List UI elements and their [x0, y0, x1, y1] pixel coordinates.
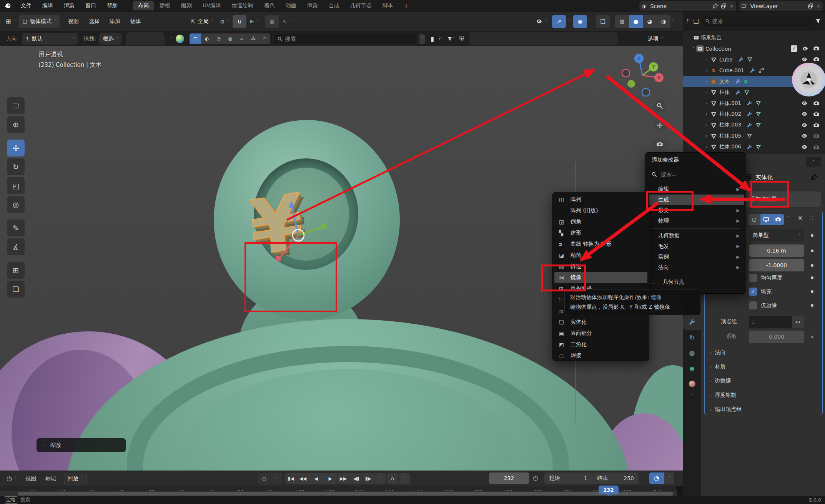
tab-particles[interactable]: ↻: [683, 330, 701, 345]
breadcrumb-dropdown[interactable]: ˅: [806, 157, 821, 167]
menu-add[interactable]: 添加: [110, 18, 120, 25]
section-edge-data[interactable]: ›边数据: [710, 378, 731, 384]
mode-sculpt-icon[interactable]: ◐: [201, 33, 213, 44]
render-display-toggle[interactable]: [772, 214, 784, 225]
mode-dropdown[interactable]: ▢ 物体模式˅: [19, 15, 59, 28]
tabs-overflow-chevron[interactable]: ˅: [683, 391, 701, 401]
filter-funnel-icon[interactable]: [447, 36, 453, 42]
mode-object-icon[interactable]: ▢: [190, 33, 201, 44]
keying-dropdown[interactable]: ˅: [271, 473, 282, 484]
overlays-dropdown[interactable]: ˅: [589, 19, 590, 23]
outliner-row-cylinder002[interactable]: › 柱体.002: [683, 109, 825, 120]
eye-icon[interactable]: [801, 122, 808, 128]
current-frame-field[interactable]: 232: [489, 472, 529, 484]
keying-set-icon[interactable]: ○: [258, 473, 270, 484]
camera-view-icon[interactable]: [653, 138, 666, 151]
visibility-dropdown[interactable]: ˅: [532, 15, 551, 28]
tool-add-cube[interactable]: ⊞: [7, 262, 25, 279]
offset-slider[interactable]: -1.0000: [749, 259, 804, 271]
fill-checkbox[interactable]: ✓: [749, 288, 757, 296]
expand-icon[interactable]: ›: [704, 90, 709, 95]
camera-disabled-icon[interactable]: [813, 144, 820, 150]
drag-dropdown[interactable]: 框选˅: [99, 33, 121, 45]
tool-measure[interactable]: ∡: [7, 238, 25, 255]
viewlayer-selector[interactable]: ❏˅ ViewLayer ✕: [739, 1, 823, 11]
outliner-search-field[interactable]: [702, 16, 812, 27]
axis-gizmo[interactable]: Z Y X: [614, 50, 671, 100]
frame-forward-button[interactable]: ▮▶: [363, 473, 374, 484]
pivot-dropdown[interactable]: ⊙˅: [216, 15, 233, 28]
tab-geometry-nodes[interactable]: 几何节点: [345, 1, 377, 10]
expand-icon[interactable]: ›: [704, 79, 709, 84]
eye-icon[interactable]: [801, 144, 808, 150]
editmode-display-toggle[interactable]: ▢: [748, 214, 760, 225]
eye-icon[interactable]: [801, 133, 808, 139]
shading-material-button[interactable]: ◕: [643, 15, 657, 28]
menu-item-array[interactable]: 阵列: [554, 194, 647, 205]
zoom-icon[interactable]: [653, 99, 666, 112]
autokey-toggle[interactable]: ∩: [387, 473, 398, 484]
menu-item-bevel[interactable]: 倒角: [554, 216, 647, 227]
tool-duplicate[interactable]: ❏: [7, 281, 25, 298]
outliner-row-cylinder001[interactable]: › 柱体.001: [683, 98, 825, 108]
camera-icon[interactable]: [813, 111, 820, 117]
camera-icon[interactable]: [813, 100, 820, 106]
tab-rendering[interactable]: 渲染: [302, 1, 323, 10]
operator-panel[interactable]: › 缩放: [37, 438, 126, 452]
tab-shading[interactable]: 着色: [259, 1, 280, 10]
rim-only-checkbox[interactable]: [749, 301, 757, 309]
mode-weight-paint-icon[interactable]: ◍: [224, 33, 236, 44]
timeline-editor-type-button[interactable]: ◷˅: [3, 473, 20, 484]
solidify-mode-dropdown[interactable]: 简单型˅: [749, 229, 804, 241]
outliner-row-scene-collection[interactable]: 场景集合: [683, 32, 825, 43]
menu-item-decimate[interactable]: 精简: [554, 250, 647, 261]
section-materials[interactable]: ›材质: [710, 363, 725, 370]
pin-icon[interactable]: [712, 3, 718, 9]
outliner-search-input[interactable]: [712, 18, 809, 24]
menu-item-curve-to-pipe[interactable]: 曲线 转换为 管形: [554, 238, 647, 250]
tab-physics[interactable]: ◍: [683, 345, 701, 361]
tab-scripting[interactable]: 脚本: [378, 1, 398, 10]
mode-physics-icon[interactable]: ◠: [259, 33, 270, 44]
shading-dropdown[interactable]: ˅: [672, 19, 674, 23]
menu-item-array-legacy[interactable]: 阵列 (旧版): [554, 205, 647, 216]
tab-layout[interactable]: 布局: [133, 1, 154, 10]
outliner-display-mode-icon[interactable]: ⫶˅: [687, 18, 690, 24]
realtime-display-toggle[interactable]: [760, 214, 772, 225]
autokey-dropdown[interactable]: ˅: [399, 473, 410, 484]
camera-disabled-icon[interactable]: [813, 133, 820, 139]
tool-cursor[interactable]: ⊕: [7, 116, 25, 133]
eye-icon[interactable]: [802, 45, 808, 52]
gizmo-toggle[interactable]: ↗: [552, 15, 566, 28]
vgroup-swap-button[interactable]: ↔: [792, 316, 804, 328]
orientation-dropdown[interactable]: ⇱ 全局˅: [187, 15, 217, 28]
drag-handle-icon[interactable]: ∷: [809, 215, 814, 222]
tab-material[interactable]: [683, 376, 701, 391]
factor-slider[interactable]: 0.000: [749, 331, 804, 343]
mode-vertex-paint-icon[interactable]: ◔: [213, 33, 224, 44]
outliner-row-cylinder003[interactable]: › 柱体.003: [683, 120, 825, 130]
mode-particle-icon[interactable]: ⁂: [247, 33, 259, 44]
pin-icon[interactable]: [811, 174, 817, 180]
timeline-menu-marker[interactable]: 标记: [45, 475, 56, 482]
snap-settings-dropdown[interactable]: ⊩˅: [246, 15, 262, 28]
expand-icon[interactable]: ›: [704, 145, 709, 150]
camera-icon[interactable]: [813, 45, 820, 52]
tab-animation[interactable]: 动画: [281, 1, 301, 10]
stopwatch-icon[interactable]: ◷: [533, 474, 538, 481]
tab-modifiers[interactable]: [683, 314, 701, 330]
section-output-vertex-groups[interactable]: ›输出顶点组: [710, 406, 742, 413]
tab-sculpt[interactable]: 雕刻: [176, 1, 197, 10]
camera-icon[interactable]: [813, 56, 820, 63]
eye-icon[interactable]: [801, 100, 808, 106]
animate-dot[interactable]: [811, 264, 813, 267]
section-thickness-clamp[interactable]: ›厚度钳制: [710, 392, 736, 399]
tab-object-data[interactable]: a: [683, 361, 701, 376]
shading-solid-button[interactable]: ●: [629, 15, 643, 28]
bookmark-icon[interactable]: ▮: [431, 35, 434, 43]
sync-button[interactable]: ◔: [649, 472, 664, 484]
expand-icon[interactable]: ›: [704, 133, 709, 138]
expand-icon[interactable]: ›: [704, 111, 709, 116]
tab-compositing[interactable]: 合成: [324, 1, 344, 10]
tab-texture-paint[interactable]: 纹理绘制: [227, 1, 258, 10]
